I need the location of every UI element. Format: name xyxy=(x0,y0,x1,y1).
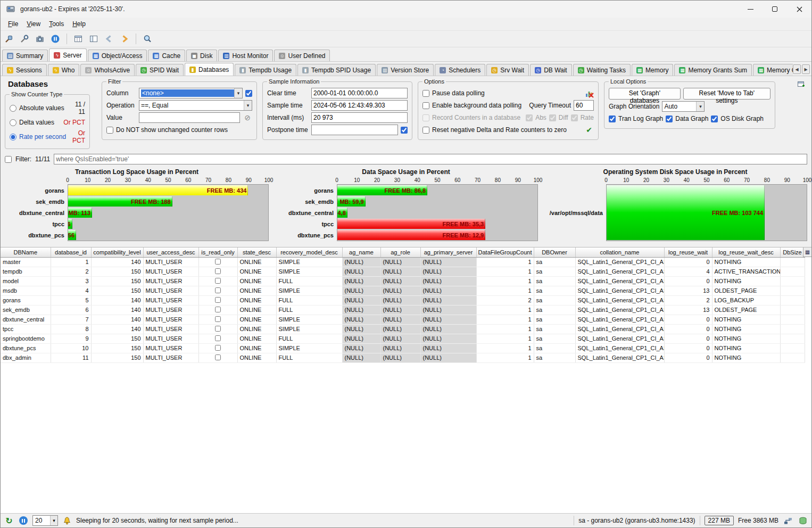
filter-column-combo[interactable]: <none> ▾ xyxy=(139,88,243,98)
cell-user-access-desc[interactable]: MULTI_USER xyxy=(143,315,198,324)
table-row[interactable]: gorans5140MULTI_USERONLINEFULL(NULL)(NUL… xyxy=(1,295,805,305)
cell-dbsize[interactable] xyxy=(780,295,805,305)
record-counters-checkbox[interactable] xyxy=(422,114,429,121)
cell-dbname[interactable]: master xyxy=(1,257,51,267)
cell-ag-role[interactable]: (NULL) xyxy=(380,334,420,343)
screenshot-icon[interactable] xyxy=(34,33,46,45)
abs-checkbox[interactable] xyxy=(526,114,533,121)
cell-datafilegroupcount[interactable]: 1 xyxy=(476,305,534,315)
cell-is-read-only[interactable] xyxy=(198,305,237,315)
postpone-time-input[interactable] xyxy=(311,125,398,135)
cell-state-desc[interactable]: ONLINE xyxy=(237,257,276,267)
cell-recovery-model-desc[interactable]: FULL xyxy=(276,353,342,362)
cell-state-desc[interactable]: ONLINE xyxy=(237,267,276,276)
cell-log-reuse-wait[interactable]: 0 xyxy=(664,324,712,334)
column-header-ag-role[interactable]: ag_role xyxy=(380,248,420,257)
tab-sessions[interactable]: ϟSessions xyxy=(2,64,47,76)
cell-dbname[interactable]: tempdb xyxy=(1,267,51,276)
cell-is-read-only[interactable] xyxy=(198,343,237,353)
cell-collation-name[interactable]: SQL_Latin1_General_CP1_CI_AS xyxy=(575,276,664,286)
tab-cache[interactable]: ▦Cache xyxy=(148,50,185,61)
cell-compatibility-level[interactable]: 150 xyxy=(91,267,143,276)
is-read-only-checkbox[interactable] xyxy=(215,316,221,322)
cell-datafilegroupcount[interactable]: 1 xyxy=(476,267,534,276)
cell-compatibility-level[interactable]: 140 xyxy=(91,295,143,305)
cell-ag-primary-server[interactable]: (NULL) xyxy=(420,334,476,343)
cell-datafilegroupcount[interactable]: 2 xyxy=(476,295,534,305)
tab-srv-wait[interactable]: ◷Srv Wait xyxy=(486,64,529,76)
column-header-ag-primary-server[interactable]: ag_primary_server xyxy=(420,248,476,257)
cell-dbname[interactable]: springbootdemo xyxy=(1,334,51,343)
cell-dbowner[interactable]: sa xyxy=(534,334,575,343)
cell-state-desc[interactable]: ONLINE xyxy=(237,276,276,286)
cell-dbname[interactable]: model xyxy=(1,276,51,286)
column-header-is-read-only[interactable]: is_read_only xyxy=(198,248,237,257)
disconnect-icon[interactable] xyxy=(19,33,30,45)
cell-dbsize[interactable] xyxy=(780,257,805,267)
cell-datafilegroupcount[interactable]: 1 xyxy=(476,324,534,334)
quick-filter-input[interactable] xyxy=(54,154,807,164)
column-header-dbowner[interactable]: DBOwner xyxy=(534,248,575,257)
rate-checkbox[interactable] xyxy=(571,114,578,121)
open-in-window-icon[interactable] xyxy=(797,80,806,89)
cell-ag-role[interactable]: (NULL) xyxy=(380,295,420,305)
cell-datafilegroupcount[interactable]: 1 xyxy=(476,257,534,267)
tab-server[interactable]: ϟServer xyxy=(49,48,86,61)
cell-recovery-model-desc[interactable]: FULL xyxy=(276,334,342,343)
cell-compatibility-level[interactable]: 150 xyxy=(91,343,143,353)
cell-dbname[interactable]: dbx_admin xyxy=(1,353,51,362)
cell-dbowner[interactable]: sa xyxy=(534,267,575,276)
connect-icon[interactable] xyxy=(3,33,15,45)
pause-data-polling-checkbox[interactable] xyxy=(422,90,429,97)
column-header-user-access-desc[interactable]: user_access_desc xyxy=(143,248,198,257)
cell-log-reuse-wait[interactable]: 13 xyxy=(664,305,712,315)
cell-compatibility-level[interactable]: 140 xyxy=(91,324,143,334)
cell-collation-name[interactable]: SQL_Latin1_General_CP1_CI_AS xyxy=(575,353,664,362)
cell-ag-role[interactable]: (NULL) xyxy=(380,257,420,267)
cell-user-access-desc[interactable]: MULTI_USER xyxy=(143,343,198,353)
cell-is-read-only[interactable] xyxy=(198,267,237,276)
cell-datafilegroupcount[interactable]: 1 xyxy=(476,276,534,286)
tab-memory[interactable]: ▦Memory xyxy=(632,64,673,76)
cell-collation-name[interactable]: SQL_Latin1_General_CP1_CI_AS xyxy=(575,324,664,334)
column-header-compatibility-level[interactable]: compatibility_level xyxy=(91,248,143,257)
tab-version-store[interactable]: ▥Version Store xyxy=(377,64,434,76)
cell-ag-role[interactable]: (NULL) xyxy=(380,315,420,324)
cell-recovery-model-desc[interactable]: SIMPLE xyxy=(276,267,342,276)
cell-user-access-desc[interactable]: MULTI_USER xyxy=(143,267,198,276)
data-graph-checkbox[interactable] xyxy=(666,116,673,122)
table-row[interactable]: springbootdemo9150MULTI_USERONLINEFULL(N… xyxy=(1,334,805,343)
interval-value[interactable] xyxy=(311,112,408,123)
cell-dbowner[interactable]: sa xyxy=(534,276,575,286)
rate-per-second-radio[interactable] xyxy=(10,134,16,141)
tab-schedulers[interactable]: ◔Schedulers xyxy=(435,64,485,76)
cell-log-reuse-wait[interactable]: 13 xyxy=(664,286,712,295)
is-read-only-checkbox[interactable] xyxy=(215,297,221,303)
cell-ag-role[interactable]: (NULL) xyxy=(380,267,420,276)
cell-dbsize[interactable] xyxy=(780,343,805,353)
history-forward-icon[interactable] xyxy=(119,33,130,45)
cell-ag-role[interactable]: (NULL) xyxy=(380,343,420,353)
table-row[interactable]: master1140MULTI_USERONLINESIMPLE(NULL)(N… xyxy=(1,257,805,267)
is-read-only-checkbox[interactable] xyxy=(215,326,221,332)
history-back-icon[interactable] xyxy=(103,33,115,45)
tab-tempdb-spid-usage[interactable]: ▮Tempdb SPID Usage xyxy=(297,64,376,76)
cell-dbsize[interactable] xyxy=(780,334,805,343)
filter-value-input[interactable] xyxy=(139,112,240,123)
cell-ag-primary-server[interactable]: (NULL) xyxy=(420,353,476,362)
cell-log-reuse-wait[interactable]: 0 xyxy=(664,315,712,324)
graph-orientation-combo[interactable]: Auto ▾ xyxy=(662,101,705,112)
cell-dbsize[interactable] xyxy=(780,305,805,315)
cell-dbsize[interactable] xyxy=(780,267,805,276)
cell-is-read-only[interactable] xyxy=(198,295,237,305)
cell-ag-role[interactable]: (NULL) xyxy=(380,324,420,334)
cell-log-reuse-wait[interactable]: 0 xyxy=(664,334,712,343)
column-header-log-reuse-wait[interactable]: log_reuse_wait xyxy=(664,248,712,257)
cell-collation-name[interactable]: SQL_Latin1_General_CP1_CI_AS xyxy=(575,257,664,267)
cell-recovery-model-desc[interactable]: SIMPLE xyxy=(276,257,342,267)
is-read-only-checkbox[interactable] xyxy=(215,335,221,341)
tran-log-graph-checkbox[interactable] xyxy=(609,116,616,122)
cell-recovery-model-desc[interactable]: SIMPLE xyxy=(276,343,342,353)
table-row[interactable]: sek_emdb6140MULTI_USERONLINEFULL(NULL)(N… xyxy=(1,305,805,315)
table-row[interactable]: dbx_admin11150MULTI_USERONLINEFULL(NULL)… xyxy=(1,353,805,362)
